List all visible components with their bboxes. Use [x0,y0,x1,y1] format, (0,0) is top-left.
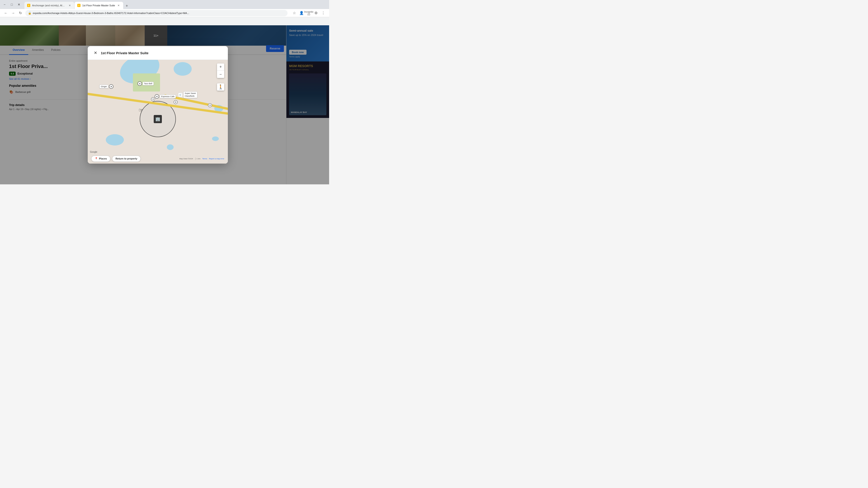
map-scale-indicator: │ 1 km [195,158,200,160]
water-area-6 [212,136,219,141]
map-places-label: Places [99,157,107,160]
map-return-button[interactable]: Return to property [112,156,141,162]
map-zoom-out-button[interactable]: − [217,71,224,78]
extensions-button[interactable]: ⚙ [313,10,319,16]
tab-anchorage[interactable]: Z Anchorage (and vicinity), Alask... ✕ [24,2,74,9]
menu-button[interactable]: ⋮ [320,10,327,16]
route-marker-3c: 3 [208,103,212,107]
window-controls: − □ ✕ [2,2,22,7]
map-footer: 📍 Places Return to property Map Data ©20… [88,154,228,164]
marker-taco-bell: ✕ Taco Bell [137,81,154,86]
bookmark-button[interactable]: ☆ [291,10,298,16]
address-bar: ← → ↻ 🔒 expedia.com/Anchorage-Hotels-Abb… [0,9,329,17]
close-button[interactable]: ✕ [16,2,22,7]
tabs-container: Z Anchorage (and vicinity), Alask... ✕ Z… [24,0,327,9]
tab-close-hotel[interactable]: ✕ [117,4,121,7]
marker-ginger: Ginger ✕ [99,84,114,89]
marker-ginger-label: Ginger [99,85,108,88]
modal-close-button[interactable]: ✕ [92,50,98,56]
tab-label-hotel: 1st Floor Private Master Suite [82,4,115,7]
marker-super-saver-label: Super SaverClassifieds [183,92,197,98]
google-watermark: Google [90,151,97,153]
tab-favicon-hotel: Z [77,4,81,7]
minimize-button[interactable]: − [2,2,7,7]
browser-chrome: − □ ✕ Z Anchorage (and vicinity), Alask.… [0,0,329,25]
map-person-button[interactable]: 🚶 [217,84,224,91]
tab-hotel[interactable]: Z 1st Floor Private Master Suite ✕ [74,2,123,9]
places-pin-icon: 📍 [95,157,98,160]
marker-super-saver-icon: 🛒 [178,93,183,97]
marker-espresso-label: Espresso Cafe [160,95,176,98]
water-area-2 [174,62,192,76]
terms-link[interactable]: Terms [202,158,207,160]
water-area-4 [106,134,124,145]
incognito-button[interactable]: Incognito (2) [306,10,312,16]
tab-label-anchorage: Anchorage (and vicinity), Alask... [32,4,66,7]
nav-buttons: ← → ↻ [3,10,24,16]
modal-overlay[interactable]: ✕ 1st Floor Private Master Suite [0,25,329,184]
marker-ginger-icon: ✕ [109,84,114,89]
new-tab-button[interactable]: + [124,3,130,9]
modal-map[interactable]: 3 3 3 ✕ Taco Bell Ginger ✕ ✕ Espresso Ca… [88,60,228,164]
marker-espresso-icon: ✕ [155,94,159,99]
modal: ✕ 1st Floor Private Master Suite [88,46,228,164]
maximize-button[interactable]: □ [9,2,14,7]
profile-button[interactable]: 👤 [298,10,305,16]
modal-title: 1st Floor Private Master Suite [101,51,149,55]
map-controls: + − [217,64,224,78]
browser-actions: ☆ 👤 Incognito (2) ⚙ ⋮ [291,10,327,16]
url-text: expedia.com/Anchorage-Hotels-Abbys-Guest… [33,12,285,14]
marker-taco-bell-label: Taco Bell [143,82,154,86]
back-button[interactable]: ← [3,10,9,16]
map-data-label: Map Data ©2024 [179,158,193,160]
report-error-link[interactable]: Report a map error [209,158,224,160]
map-footer-buttons: 📍 Places Return to property [91,156,141,162]
forward-button[interactable]: → [10,10,16,16]
property-location-icon: 🏢 [154,115,162,123]
map-zoom-in-button[interactable]: + [217,64,224,71]
water-area-5 [167,144,174,150]
marker-super-saver: 🛒 Super SaverClassifieds [178,92,197,98]
tab-favicon-anchorage: Z [27,4,30,7]
page-content: 11+ Overview Amenities Policies Entire a… [0,25,329,184]
marker-espresso: ✕ Espresso Cafe [155,94,176,99]
route-marker-3b: 3 [174,100,178,104]
url-lock-icon: 🔒 [28,11,31,15]
modal-header: ✕ 1st Floor Private Master Suite [88,46,228,60]
url-bar[interactable]: 🔒 expedia.com/Anchorage-Hotels-Abbys-Gue… [25,10,287,16]
tab-close-anchorage[interactable]: ✕ [68,4,71,7]
map-attribution: Map Data ©2024 │ 1 km Terms Report a map… [179,158,224,160]
map-places-button[interactable]: 📍 Places [91,156,110,162]
marker-taco-bell-icon: ✕ [137,81,142,86]
title-bar: − □ ✕ Z Anchorage (and vicinity), Alask.… [0,0,329,9]
refresh-button[interactable]: ↻ [17,10,24,16]
